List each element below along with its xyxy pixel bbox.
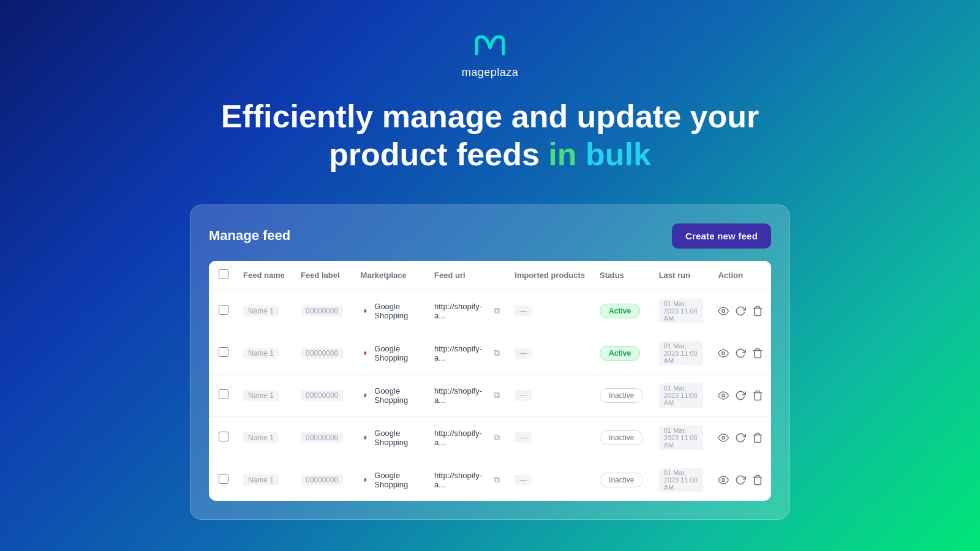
row-imported-1: — <box>507 332 592 374</box>
google-shopping-icon <box>361 432 370 444</box>
row-checkbox-cell <box>209 374 236 416</box>
row-imported-2: — <box>507 374 592 416</box>
row-feed-url-1: http://shopify-a... ⧉ <box>427 332 507 374</box>
refresh-icon-2[interactable] <box>735 390 746 401</box>
header-last-run: Last run <box>652 261 711 290</box>
row-checkbox-1[interactable] <box>219 347 228 357</box>
row-last-run-1: 01 Mar, 2023 11:00 AM <box>652 332 711 374</box>
row-checkbox-3[interactable] <box>219 432 228 441</box>
row-feed-url-3: http://shopify-a... ⧉ <box>427 416 507 459</box>
row-feed-label-0: 00000000 <box>293 290 353 332</box>
row-feed-name-3: Name 1 <box>236 416 293 459</box>
delete-icon-3[interactable] <box>752 432 763 443</box>
google-shopping-icon <box>361 305 370 317</box>
view-icon-1[interactable] <box>718 348 729 359</box>
row-feed-name-0: Name 1 <box>236 290 293 332</box>
row-marketplace-0: Google Shopping <box>353 290 427 332</box>
create-new-feed-button[interactable]: Create new feed <box>672 223 771 249</box>
copy-url-icon-0[interactable]: ⧉ <box>494 305 500 316</box>
svg-point-5 <box>722 352 725 355</box>
row-action-1 <box>710 332 771 374</box>
copy-url-icon-4[interactable]: ⧉ <box>494 474 500 485</box>
row-action-2 <box>710 374 771 416</box>
row-status-1: Active <box>592 332 652 374</box>
row-imported-3: — <box>507 416 592 459</box>
row-status-4: Inactive <box>592 459 652 501</box>
google-shopping-icon <box>361 474 370 486</box>
row-marketplace-3: Google Shopping <box>353 416 427 459</box>
headline-highlight2: bulk <box>586 137 651 172</box>
row-feed-name-2: Name 1 <box>236 374 293 416</box>
logo-area: mageplaza <box>462 31 519 79</box>
delete-icon-2[interactable] <box>752 390 763 401</box>
view-icon-4[interactable] <box>718 474 729 485</box>
delete-icon-4[interactable] <box>752 474 763 485</box>
feed-table-wrapper: Feed name Feed label Marketplace Feed ur… <box>209 261 771 501</box>
google-shopping-icon <box>361 347 370 359</box>
row-feed-url-2: http://shopify-a... ⧉ <box>427 374 507 416</box>
header-checkbox-col <box>209 261 236 290</box>
svg-point-7 <box>364 394 366 397</box>
table-header-row: Feed name Feed label Marketplace Feed ur… <box>209 261 771 290</box>
row-feed-label-1: 00000000 <box>293 332 353 374</box>
header-feed-url: Feed url <box>427 261 507 290</box>
row-checkbox-4[interactable] <box>219 474 228 484</box>
row-marketplace-2: Google Shopping <box>353 374 427 416</box>
refresh-icon-4[interactable] <box>735 474 746 485</box>
svg-point-1 <box>364 310 366 312</box>
row-marketplace-4: Google Shopping <box>353 459 427 501</box>
view-icon-3[interactable] <box>718 432 729 443</box>
table-row: Name 1 00000000 Google Shopping <box>209 459 771 501</box>
headline-line1: Efficiently manage and update your <box>221 99 759 134</box>
svg-point-11 <box>722 437 725 440</box>
copy-url-icon-3[interactable]: ⧉ <box>494 432 500 443</box>
svg-point-14 <box>722 479 725 482</box>
view-icon-0[interactable] <box>718 305 729 317</box>
card-header: Manage feed Create new feed <box>209 223 771 249</box>
table-row: Name 1 00000000 Google Shopping <box>209 290 771 332</box>
row-marketplace-1: Google Shopping <box>353 332 427 374</box>
refresh-icon-3[interactable] <box>735 432 746 443</box>
svg-point-2 <box>722 310 725 313</box>
headline-line2-prefix: product feeds <box>329 137 548 172</box>
copy-url-icon-2[interactable]: ⧉ <box>494 390 500 400</box>
svg-point-4 <box>364 352 366 354</box>
view-icon-2[interactable] <box>718 390 729 401</box>
row-last-run-2: 01 Mar, 2023 11:00 AM <box>652 374 711 416</box>
header-feed-name: Feed name <box>236 261 293 290</box>
logo-text: mageplaza <box>462 66 519 79</box>
row-feed-name-1: Name 1 <box>236 332 293 374</box>
row-feed-label-2: 00000000 <box>293 374 353 416</box>
row-last-run-3: 01 Mar, 2023 11:00 AM <box>652 416 711 459</box>
row-status-2: Inactive <box>592 374 652 416</box>
row-feed-label-3: 00000000 <box>293 416 353 459</box>
row-feed-url-4: http://shopify-a... ⧉ <box>427 459 507 501</box>
row-feed-url-0: http://shopify-a... ⧉ <box>427 290 507 332</box>
row-action-3 <box>710 416 771 459</box>
refresh-icon-1[interactable] <box>735 348 746 359</box>
row-checkbox-cell <box>209 332 236 374</box>
row-checkbox-0[interactable] <box>219 305 228 315</box>
feed-table: Feed name Feed label Marketplace Feed ur… <box>209 261 771 501</box>
row-last-run-4: 01 Mar, 2023 11:00 AM <box>652 459 711 501</box>
copy-url-icon-1[interactable]: ⧉ <box>494 348 500 358</box>
delete-icon-1[interactable] <box>752 348 763 359</box>
row-imported-0: — <box>507 290 592 332</box>
row-feed-name-4: Name 1 <box>236 459 293 501</box>
table-body: Name 1 00000000 Google Shopping <box>209 290 771 501</box>
row-checkbox-cell <box>209 459 236 501</box>
table-row: Name 1 00000000 Google Shopping <box>209 332 771 374</box>
header-imported-products: Imported products <box>507 261 592 290</box>
row-checkbox-2[interactable] <box>219 389 228 399</box>
google-shopping-icon <box>361 389 370 402</box>
logo-icon <box>472 31 508 61</box>
select-all-checkbox[interactable] <box>219 269 228 279</box>
header-action: Action <box>710 261 771 290</box>
table-row: Name 1 00000000 Google Shopping <box>209 374 771 416</box>
delete-icon-0[interactable] <box>752 305 763 317</box>
svg-point-8 <box>722 394 725 397</box>
headline: Efficiently manage and update your produ… <box>221 97 759 174</box>
refresh-icon-0[interactable] <box>735 305 746 317</box>
table-row: Name 1 00000000 Google Shopping <box>209 416 771 459</box>
header-marketplace: Marketplace <box>353 261 427 290</box>
